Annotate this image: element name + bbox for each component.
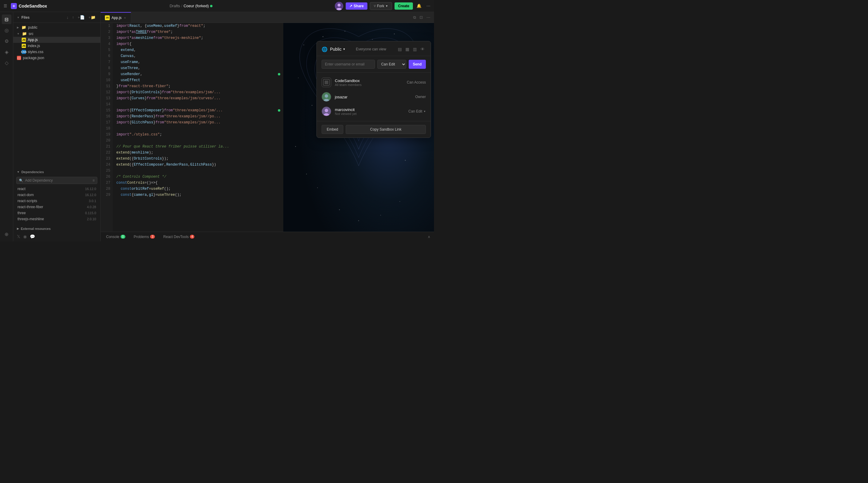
dep-react[interactable]: react 16.12.0 [13,186,100,192]
twitter-button[interactable]: 𝕏 [17,234,20,239]
bottom-tab-devtools[interactable]: React DevTools 4 [161,232,196,242]
problems-badge: 3 [150,235,155,239]
sidebar-item-settings[interactable]: ⚙ [2,36,11,46]
folder-arrow-public: ▶ [17,26,19,29]
eye-view-button[interactable]: 👁 [419,46,426,53]
sidebar-item-search[interactable]: ◎ [2,25,11,35]
code-line-18 [116,125,280,132]
sort-asc-button[interactable]: ↑ [71,15,75,20]
topbar-right: ↗ Share ⑂ Fork ▼ Create 🔔 ⋯ [335,2,432,10]
fork-icon: ⑂ [374,4,376,8]
dep-name-react-dom: react-dom [18,193,34,197]
visibility-label: Public [330,47,341,52]
breadcrumb-separator: / [181,4,182,8]
file-name-src: src [29,32,33,36]
new-folder-button[interactable]: +📁 [87,15,97,20]
topbar-center: Drafts / Coeur (forked) [50,4,333,8]
code-content: import React, { useMemo, useRef } from "… [113,23,283,232]
svg-point-21 [306,174,307,174]
code-line-17: import { GlitchPass } from "three/exampl… [116,119,280,125]
compact-view-button[interactable]: ▥ [412,46,418,53]
bottom-tab-problems[interactable]: Problems 3 [132,232,157,242]
bottom-chevron-button[interactable]: ∧ [428,235,430,239]
new-file-button[interactable]: +📄 [76,15,86,20]
dep-react-scripts[interactable]: react-scripts 3.0.1 [13,198,100,204]
dep-react-dom[interactable]: react-dom 16.12.0 [13,192,100,198]
member-name-codesandbox: CodeSandbox [335,79,403,83]
brand: CodeSandbox [11,3,47,9]
invite-input[interactable] [321,60,375,69]
svg-point-41 [324,94,328,98]
file-sidebar-header: ▼ Files ↓ ↑ +📄 +📁 [13,12,100,23]
main-layout: ⊟ ◎ ⚙ ◈ ◇ ⊕ ▼ Files ↓ ↑ [0,12,434,242]
sidebar-item-team[interactable]: ⊕ [2,229,11,239]
breadcrumb-drafts[interactable]: Drafts [170,4,180,8]
send-invite-button[interactable]: Send [409,60,426,69]
more-options-button[interactable]: ⋯ [425,2,432,9]
code-editor[interactable]: 12345 678910 1112131415 1617181920 21222… [101,23,283,232]
file-item-appjs[interactable]: JS App.js [13,37,100,43]
sort-desc-button[interactable]: ↓ [65,15,70,20]
dep-version-r3f: 4.0.28 [87,205,96,209]
permission-select[interactable]: Can Edit Can View No Access [377,60,406,69]
visibility-dropdown-button[interactable]: Public ▼ [330,47,345,52]
file-item-src[interactable]: ▼ 📁 src [13,30,100,37]
embed-button[interactable]: Embed [321,125,343,134]
share-button[interactable]: ↗ Share [346,2,367,10]
member-perm-dropdown-marcovincit[interactable]: Can Edit ▼ [408,109,426,113]
file-item-styles[interactable]: CSS styles.css [13,49,100,55]
member-perm-label-marcovincit: Can Edit [408,109,422,113]
svg-point-15 [317,187,318,188]
external-resources-header[interactable]: ▶ External resources [13,224,100,232]
svg-point-16 [400,201,400,202]
share-label: Share [353,4,364,8]
json-icon-package: { } [17,56,21,60]
tab-appjs[interactable]: JS App.js × [101,12,131,23]
create-button[interactable]: Create [395,2,413,10]
bottom-bar: Console 0 Problems 3 React DevTools 4 ∧ [101,232,434,242]
github-button[interactable]: ◉ [23,234,27,239]
sidebar-item-files[interactable]: ⊟ [2,15,11,24]
dep-version-react: 16.12.0 [85,187,96,191]
chat-icon: 💬 [30,234,35,239]
code-line-25 [116,168,280,174]
share-members-list: CodeSandbox All team members Can Access [317,73,431,121]
preview-button[interactable]: ⊡ [418,14,424,21]
sidebar-item-tasks[interactable]: ◇ [2,58,11,67]
member-avatar-marcovincit [321,107,331,116]
user-avatar[interactable] [335,2,343,10]
member-sub-marcovincit: Not viewed yet [335,112,405,116]
tab-name-appjs: App.js [112,16,121,20]
file-item-indexjs[interactable]: JS index.js [13,43,100,49]
dep-react-three-fiber[interactable]: react-three-fiber 4.0.28 [13,204,100,210]
chat-button[interactable]: 💬 [30,234,35,239]
icon-sidebar-bottom: ⊕ [2,229,11,239]
fork-label: Fork [377,4,384,8]
files-collapse-icon: ▼ [17,16,20,19]
dep-search-input[interactable] [25,178,91,182]
dep-three[interactable]: three 0.115.0 [13,210,100,216]
file-sidebar-title: ▼ Files [17,16,30,20]
tab-close-button[interactable]: × [123,16,126,20]
tab-more-button[interactable]: ⋯ [425,14,432,21]
devtools-label: React DevTools [163,235,189,239]
notifications-button[interactable]: 🔔 [415,2,423,9]
dep-list-btn[interactable]: ≡ [93,178,95,182]
file-name-indexjs: index.js [28,44,40,48]
copy-sandbox-link-button[interactable]: Copy Sandbox Link [346,125,426,134]
fork-button[interactable]: ⑂ Fork ▼ [370,2,392,10]
hamburger-button[interactable]: ☰ [2,2,8,9]
file-item-public[interactable]: ▶ 📁 public [13,24,100,30]
code-line-10: useEffect [116,77,280,83]
dependencies-section-header[interactable]: ▼ Dependencies [13,168,100,175]
bottom-tab-console[interactable]: Console 0 [104,232,127,242]
list-view-button[interactable]: ▤ [397,46,403,53]
split-view-button[interactable]: ⧉ [412,14,417,21]
member-info-marcovincit: marcovincit Not viewed yet [335,107,405,116]
sidebar-item-deploy[interactable]: ◈ [2,47,11,57]
dep-threejs-meshline[interactable]: threejs-meshline 2.0.10 [13,216,100,222]
files-icon: ⊟ [4,17,8,22]
grid-view-button[interactable]: ▦ [404,46,410,53]
file-item-package[interactable]: { } package.json [13,55,100,61]
code-line-12: import { OrbitControls } from "three/exa… [116,89,280,95]
